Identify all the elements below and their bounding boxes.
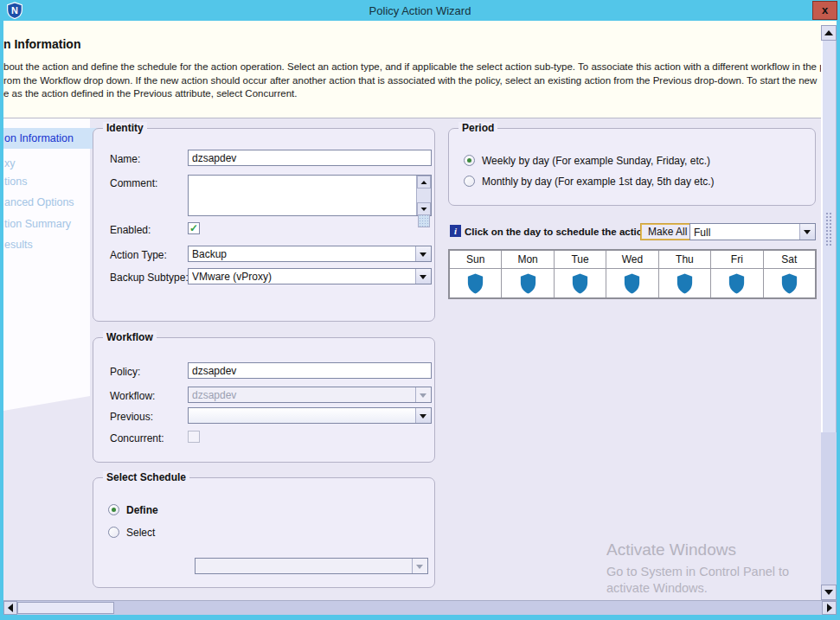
shield-icon bbox=[465, 272, 485, 295]
scroll-grip bbox=[825, 212, 833, 246]
vertical-scroll-thumb[interactable] bbox=[821, 41, 837, 432]
workflow-value: dzsapdev bbox=[192, 389, 414, 401]
enabled-checkbox[interactable]: ✓ bbox=[188, 222, 200, 234]
sidebar-item-options[interactable]: tions bbox=[3, 176, 106, 188]
previous-label: Previous: bbox=[110, 411, 153, 423]
identity-legend: Identity bbox=[103, 122, 147, 134]
name-label: Name: bbox=[110, 153, 140, 165]
day-header-mon: Mon bbox=[502, 251, 554, 268]
policy-input[interactable] bbox=[188, 362, 432, 379]
shield-icon bbox=[727, 272, 747, 295]
description-line: bout the action and define the schedule … bbox=[3, 61, 816, 74]
scroll-up-button[interactable] bbox=[417, 176, 431, 189]
comment-label: Comment: bbox=[110, 177, 157, 189]
day-header-thu: Thu bbox=[659, 251, 711, 268]
workflow-select: dzsapdev bbox=[188, 387, 432, 403]
name-input[interactable] bbox=[188, 150, 432, 166]
day-icon-row bbox=[450, 269, 815, 297]
backup-level-value: Full bbox=[694, 227, 798, 239]
day-header-row: Sun Mon Tue Wed Thu Fri Sat bbox=[450, 251, 815, 269]
day-cell-thu[interactable] bbox=[659, 269, 711, 297]
weekly-schedule-table: Sun Mon Tue Wed Thu Fri Sat bbox=[448, 249, 817, 299]
backup-level-select[interactable]: Full bbox=[689, 223, 816, 240]
scroll-right-button[interactable] bbox=[822, 601, 837, 615]
weekly-by-day-label: Weekly by day (For example Sunday, Frida… bbox=[482, 155, 710, 167]
identity-group: Identity Name: Comment: Enabled: ✓ Actio… bbox=[93, 128, 435, 322]
action-type-label: Action Type: bbox=[110, 249, 167, 261]
shield-icon bbox=[779, 272, 799, 295]
backup-subtype-select[interactable]: VMware (vProxy) bbox=[188, 268, 432, 284]
sidebar-item-action-summary[interactable]: tion Summary bbox=[3, 218, 106, 230]
select-schedule-group: Select Schedule Define Select bbox=[93, 477, 435, 588]
chevron-down-icon[interactable] bbox=[415, 269, 431, 284]
wizard-header: n Information bout the action and define… bbox=[3, 21, 837, 118]
shield-icon bbox=[675, 272, 695, 295]
workflow-group: Workflow Policy: Workflow: dzsapdev Prev… bbox=[93, 337, 435, 463]
monthly-by-day-radio[interactable] bbox=[464, 176, 475, 187]
workflow-label: Workflow: bbox=[110, 390, 155, 402]
day-header-sat: Sat bbox=[764, 251, 815, 268]
sidebar-item-proxy[interactable]: xy bbox=[3, 157, 106, 169]
chevron-down-icon[interactable] bbox=[415, 246, 431, 261]
scroll-down-button[interactable] bbox=[417, 202, 431, 215]
comment-scrollbar[interactable] bbox=[416, 176, 431, 215]
wizard-description: bout the action and define the schedule … bbox=[3, 61, 816, 101]
enabled-label: Enabled: bbox=[110, 224, 151, 236]
day-header-sun: Sun bbox=[450, 251, 502, 268]
scroll-thumb[interactable] bbox=[418, 214, 430, 227]
day-cell-sat[interactable] bbox=[764, 269, 815, 297]
sidebar-item-action-information[interactable]: on Information bbox=[3, 128, 106, 149]
define-radio[interactable] bbox=[108, 504, 119, 515]
scroll-left-button[interactable] bbox=[3, 601, 17, 615]
monthly-by-day-label: Monthly by day (For example 1st day, 5th… bbox=[482, 176, 715, 188]
activate-windows-watermark: Activate Windows Go to System in Control… bbox=[606, 540, 789, 595]
dialog-body: n Information bout the action and define… bbox=[3, 21, 837, 615]
schedule-info-text: Click on the day to schedule the action bbox=[465, 227, 649, 237]
previous-select[interactable] bbox=[188, 407, 432, 424]
backup-subtype-value: VMware (vProxy) bbox=[192, 271, 414, 283]
day-cell-fri[interactable] bbox=[711, 269, 763, 297]
window-title: Policy Action Wizard bbox=[0, 4, 840, 17]
day-cell-tue[interactable] bbox=[555, 269, 606, 297]
shield-icon bbox=[518, 272, 538, 295]
period-group: Period Weekly by day (For example Sunday… bbox=[448, 128, 816, 206]
make-all-button[interactable]: Make All bbox=[640, 223, 695, 240]
watermark-line: activate Windows. bbox=[606, 581, 789, 595]
chevron-down-icon bbox=[415, 387, 431, 402]
action-type-value: Backup bbox=[192, 248, 414, 260]
title-bar: N Policy Action Wizard x bbox=[0, 0, 840, 21]
weekly-by-day-radio[interactable] bbox=[464, 155, 475, 166]
close-button[interactable]: x bbox=[812, 1, 837, 20]
day-cell-wed[interactable] bbox=[606, 269, 658, 297]
day-header-fri: Fri bbox=[711, 251, 763, 268]
day-cell-sun[interactable] bbox=[450, 269, 502, 297]
concurrent-checkbox bbox=[188, 431, 200, 443]
day-header-tue: Tue bbox=[555, 251, 606, 268]
period-legend: Period bbox=[458, 122, 497, 134]
action-type-select[interactable]: Backup bbox=[188, 246, 432, 262]
sidebar-item-results[interactable]: esults bbox=[3, 239, 106, 251]
watermark-line: Go to System in Control Panel to bbox=[606, 565, 789, 578]
day-cell-mon[interactable] bbox=[502, 269, 554, 297]
description-line: rom the Workflow drop down. If the new a… bbox=[3, 74, 816, 88]
scroll-up-button[interactable] bbox=[821, 25, 837, 41]
vertical-scrollbar[interactable] bbox=[821, 25, 837, 600]
description-line: e as the action defined in the Previous … bbox=[3, 87, 816, 101]
schedule-select bbox=[195, 558, 428, 574]
chevron-down-icon bbox=[412, 559, 427, 573]
day-header-wed: Wed bbox=[606, 251, 658, 268]
select-schedule-legend: Select Schedule bbox=[103, 471, 189, 483]
chevron-down-icon[interactable] bbox=[799, 224, 815, 240]
sidebar-item-advanced-options[interactable]: anced Options bbox=[3, 196, 106, 208]
info-icon: i bbox=[450, 225, 461, 237]
scroll-down-button[interactable] bbox=[821, 585, 837, 600]
watermark-line: Activate Windows bbox=[606, 540, 789, 559]
horizontal-scroll-thumb[interactable] bbox=[17, 602, 114, 614]
policy-label: Policy: bbox=[110, 366, 140, 378]
chevron-down-icon[interactable] bbox=[415, 408, 431, 423]
horizontal-scrollbar[interactable] bbox=[3, 600, 837, 615]
comment-textarea[interactable] bbox=[188, 175, 432, 216]
select-radio[interactable] bbox=[108, 527, 119, 538]
backup-subtype-label: Backup Subtype: bbox=[110, 272, 189, 284]
select-label: Select bbox=[126, 527, 155, 539]
